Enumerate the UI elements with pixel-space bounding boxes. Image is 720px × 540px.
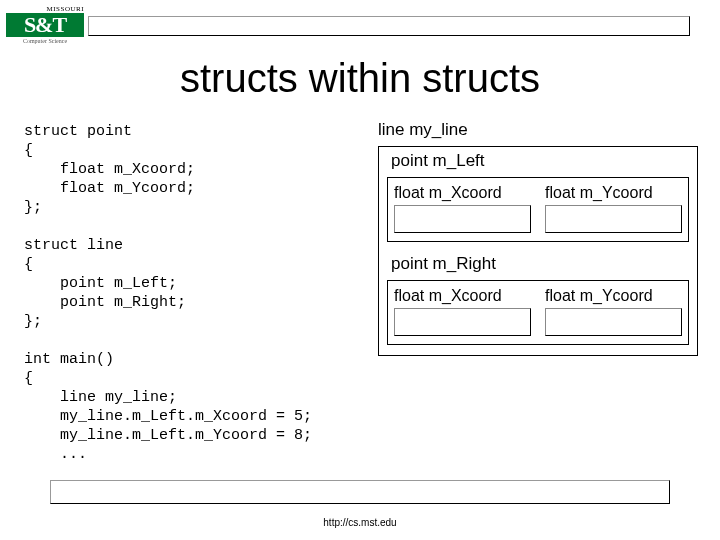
logo-dept: Computer Science bbox=[6, 37, 84, 45]
header: MISSOURI S&T Computer Science bbox=[6, 6, 690, 50]
footer-url: http://cs.mst.edu bbox=[0, 517, 720, 528]
line-struct-box: point m_Left float m_Xcoord float m_Ycoo… bbox=[378, 146, 698, 356]
right-x-value-box bbox=[394, 308, 531, 336]
logo-mark: S&T bbox=[6, 13, 84, 37]
left-point-label: point m_Left bbox=[387, 149, 689, 171]
left-x-label: float m_Xcoord bbox=[394, 184, 531, 202]
left-point-box: float m_Xcoord float m_Ycoord bbox=[387, 177, 689, 242]
right-y-value-box bbox=[545, 308, 682, 336]
right-x-label: float m_Xcoord bbox=[394, 287, 531, 305]
slide-title: structs within structs bbox=[0, 56, 720, 101]
right-point-label: point m_Right bbox=[387, 252, 689, 274]
university-logo: MISSOURI S&T Computer Science bbox=[6, 6, 84, 56]
diagram-title: line my_line bbox=[378, 120, 698, 140]
left-y-label: float m_Ycoord bbox=[545, 184, 682, 202]
right-y-label: float m_Ycoord bbox=[545, 287, 682, 305]
header-rule bbox=[88, 16, 690, 36]
left-y-value-box bbox=[545, 205, 682, 233]
right-point-box: float m_Xcoord float m_Ycoord bbox=[387, 280, 689, 345]
footer-rule bbox=[50, 480, 670, 504]
code-block: struct point { float m_Xcoord; float m_Y… bbox=[24, 122, 312, 464]
left-x-value-box bbox=[394, 205, 531, 233]
memory-diagram: line my_line point m_Left float m_Xcoord… bbox=[378, 120, 698, 356]
